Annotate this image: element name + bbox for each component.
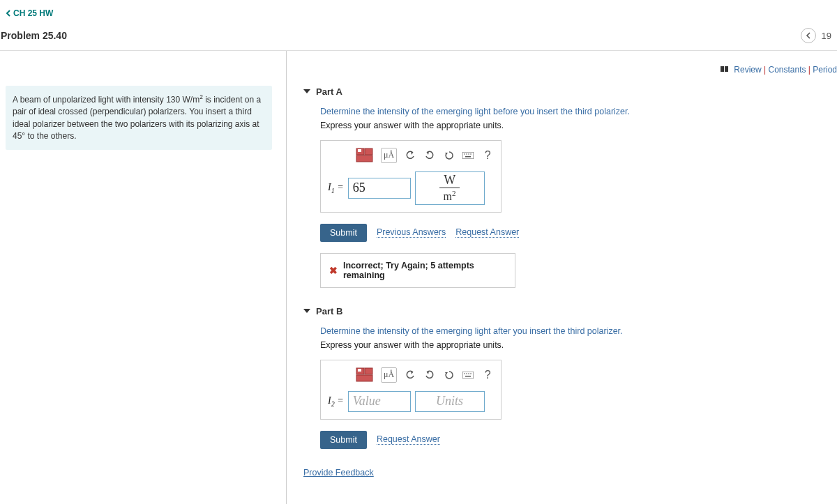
part-b-header[interactable]: Part B	[303, 306, 837, 316]
part-b-instruction: Determine the intensity of the emerging …	[320, 326, 837, 336]
svg-point-19	[469, 373, 470, 374]
svg-rect-16	[462, 372, 474, 379]
redo-icon	[425, 370, 435, 380]
part-a-units-instruction: Express your answer with the appropriate…	[320, 121, 837, 130]
template-icon[interactable]	[356, 148, 374, 163]
svg-point-9	[469, 153, 470, 155]
part-a-answer-panel: μÅ ? I1 =	[320, 140, 502, 213]
svg-rect-11	[465, 156, 471, 158]
caret-down-icon	[303, 89, 310, 93]
part-b-answer-row: I2 = Units	[328, 391, 494, 412]
part-b-body: Determine the intensity of the emerging …	[320, 326, 837, 449]
svg-point-18	[467, 373, 468, 374]
problem-prompt: A beam of unpolarized light with intensi…	[6, 86, 272, 150]
reset-icon	[444, 151, 454, 160]
keyboard-icon	[462, 372, 474, 379]
part-a-toolbar: μÅ ?	[328, 148, 494, 163]
part-a-variable: I1 =	[328, 182, 344, 194]
part-a-submit-row: Submit Previous Answers Request Answer	[320, 224, 837, 242]
provide-feedback-row: Provide Feedback	[303, 466, 837, 478]
svg-rect-13	[365, 368, 372, 374]
part-a-feedback: ✖ Incorrect; Try Again; 5 attempts remai…	[320, 253, 515, 288]
problem-title: Problem 25.40	[1, 30, 67, 41]
keyboard-button[interactable]	[462, 148, 475, 162]
svg-point-7	[465, 153, 466, 155]
special-char-button[interactable]: μÅ	[381, 367, 397, 383]
part-a-header[interactable]: Part A	[303, 86, 837, 97]
answer-column: Review | Constants | Period Part A Deter…	[287, 51, 837, 504]
part-b-unit-box[interactable]: Units	[415, 391, 485, 412]
review-link[interactable]: Review	[734, 65, 761, 75]
part-b-answer-panel: μÅ ? I2 =	[320, 360, 502, 420]
problem-header: Problem 25.40 19	[0, 24, 837, 51]
special-char-button[interactable]: μÅ	[381, 148, 397, 163]
part-b-submit-row: Submit Request Answer	[320, 431, 837, 449]
part-b-title: Part B	[316, 306, 342, 316]
prompt-units: W/m2	[182, 95, 202, 105]
provide-feedback-link[interactable]: Provide Feedback	[303, 468, 374, 478]
part-a-unit-numerator: W	[439, 174, 460, 188]
help-button[interactable]: ?	[481, 148, 494, 162]
prev-problem-button[interactable]	[801, 28, 816, 43]
reset-button[interactable]	[443, 148, 455, 162]
chevron-left-icon	[806, 32, 811, 39]
undo-button[interactable]	[404, 368, 416, 382]
svg-rect-0	[721, 66, 724, 72]
part-b-request-answer-link[interactable]: Request Answer	[377, 434, 440, 445]
redo-button[interactable]	[423, 148, 436, 162]
problem-counter: 19	[822, 31, 831, 41]
part-a-feedback-text: Incorrect; Try Again; 5 attempts remaini…	[343, 261, 506, 280]
part-a-answer-row: I1 = W m2	[328, 171, 494, 205]
part-a-submit-button[interactable]: Submit	[320, 224, 367, 242]
caret-down-icon	[303, 309, 310, 313]
svg-rect-21	[465, 376, 471, 377]
chapter-back-link[interactable]: CH 25 HW	[6, 8, 53, 18]
part-a-instruction: Determine the intensity of the emerging …	[320, 107, 837, 116]
undo-button[interactable]	[404, 148, 416, 162]
part-a-previous-answers-link[interactable]: Previous Answers	[377, 227, 446, 238]
incorrect-icon: ✖	[329, 265, 338, 276]
reset-icon	[444, 370, 454, 380]
svg-rect-14	[358, 369, 361, 372]
svg-rect-4	[358, 149, 361, 152]
svg-rect-15	[356, 375, 372, 381]
chevron-left-icon	[6, 10, 11, 17]
redo-icon	[425, 151, 435, 160]
part-b-value-input[interactable]	[348, 391, 411, 412]
svg-rect-3	[365, 148, 372, 155]
keyboard-icon	[462, 152, 474, 159]
reset-button[interactable]	[443, 368, 455, 382]
svg-rect-5	[356, 155, 372, 162]
periodic-link[interactable]: Period	[813, 65, 837, 75]
part-a-unit-box[interactable]: W m2	[415, 171, 485, 205]
resource-links: Review | Constants | Period	[303, 61, 837, 86]
problem-prompt-column: A beam of unpolarized light with intensi…	[0, 51, 286, 504]
constants-link[interactable]: Constants	[768, 65, 806, 75]
part-a-value-input[interactable]	[348, 178, 411, 199]
prompt-text-pre: A beam of unpolarized light with intensi…	[13, 95, 182, 105]
svg-point-20	[471, 373, 472, 374]
part-a-request-answer-link[interactable]: Request Answer	[455, 227, 519, 238]
part-b-units-instruction: Express your answer with the appropriate…	[320, 340, 837, 350]
help-button[interactable]: ?	[481, 368, 494, 382]
svg-point-10	[471, 153, 472, 155]
undo-icon	[405, 370, 415, 380]
svg-point-17	[465, 373, 466, 374]
part-a-body: Determine the intensity of the emerging …	[320, 107, 837, 288]
part-b-toolbar: μÅ ?	[328, 367, 494, 383]
undo-icon	[405, 151, 415, 160]
svg-point-8	[467, 153, 468, 155]
svg-rect-6	[462, 152, 474, 159]
chapter-link-label: CH 25 HW	[13, 8, 53, 18]
part-b-variable: I2 =	[328, 395, 344, 408]
redo-button[interactable]	[423, 368, 436, 382]
part-a-unit-denominator: m2	[444, 188, 456, 202]
svg-rect-1	[725, 66, 728, 72]
template-icon[interactable]	[356, 367, 374, 383]
part-b-submit-button[interactable]: Submit	[320, 431, 367, 449]
flag-icon[interactable]	[721, 66, 729, 75]
part-a-title: Part A	[316, 86, 342, 97]
keyboard-button[interactable]	[462, 368, 475, 382]
